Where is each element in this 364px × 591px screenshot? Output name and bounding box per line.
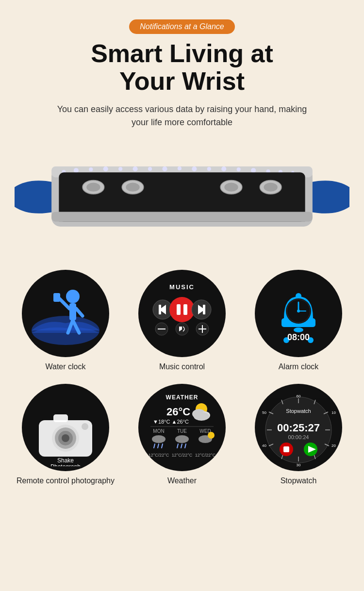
music-control-icon: MUSIC (143, 275, 221, 352)
svg-rect-43 (177, 304, 181, 315)
music-control-circle: MUSIC (138, 270, 226, 357)
music-control-label: Music control (159, 362, 205, 372)
notification-badge: Notifications at a Glance (129, 19, 234, 34)
main-title: Smart Living at Your Wrist (15, 40, 349, 95)
weather-circle: WEATHER 26°C ▼18°C ▲26°C MON TUE WED (138, 384, 226, 471)
svg-point-80 (194, 412, 209, 421)
stopwatch-label: Stopwatch (281, 476, 317, 486)
svg-text:08:00: 08:00 (287, 332, 310, 342)
svg-text:40: 40 (262, 443, 266, 448)
svg-line-92 (181, 444, 182, 448)
svg-text:20: 20 (331, 443, 336, 448)
svg-point-10 (178, 166, 182, 170)
feature-music-control: MUSIC (131, 270, 233, 372)
watch-illustration (15, 144, 349, 250)
svg-point-15 (251, 168, 256, 173)
weather-label: Weather (167, 476, 197, 486)
svg-rect-44 (183, 304, 187, 315)
water-clock-label: Water clock (46, 362, 86, 372)
svg-point-6 (118, 167, 122, 171)
stopwatch-icon: 60 10 20 30 40 50 Stopwatch 00:25:27 00:… (260, 389, 337, 466)
svg-text:12°C/22°C: 12°C/22°C (149, 453, 169, 458)
svg-point-3 (74, 168, 79, 173)
svg-text:WEATHER: WEATHER (166, 394, 199, 401)
svg-text:Shake: Shake (57, 457, 74, 464)
alarm-clock-icon: 08:00 (260, 275, 337, 352)
header-section: Notifications at a Glance Smart Living a… (15, 19, 349, 129)
svg-text:12°C/22°C: 12°C/22°C (195, 453, 216, 458)
feature-alarm-clock: 08:00 Alarm clock (248, 270, 349, 372)
svg-point-22 (86, 183, 100, 192)
svg-text:Stopwatch: Stopwatch (286, 408, 311, 414)
svg-text:50: 50 (262, 410, 266, 415)
svg-point-4 (89, 167, 93, 171)
svg-point-24 (126, 183, 139, 192)
feature-water-clock: Water clock (15, 270, 116, 372)
svg-line-89 (162, 444, 163, 448)
feature-stopwatch: 60 10 20 30 40 50 Stopwatch 00:25:27 00:… (248, 384, 349, 486)
subtitle: You can easily access various data by ra… (51, 103, 313, 129)
shake-photo-icon: Shake Photograph (27, 389, 104, 466)
svg-line-35 (76, 309, 83, 316)
svg-line-88 (158, 444, 159, 448)
svg-point-9 (162, 166, 167, 171)
svg-point-70 (62, 434, 69, 442)
svg-point-14 (237, 167, 241, 171)
svg-text:00:00:24: 00:00:24 (288, 434, 309, 440)
svg-point-90 (175, 435, 189, 443)
svg-point-56 (294, 328, 303, 332)
weather-icon: WEATHER 26°C ▼18°C ▲26°C MON TUE WED (143, 389, 221, 466)
svg-point-31 (66, 290, 80, 303)
svg-text:00:25:27: 00:25:27 (277, 422, 320, 434)
svg-point-57 (296, 293, 301, 299)
shake-photo-label: Remote control photography (17, 476, 115, 486)
svg-rect-71 (53, 414, 68, 422)
svg-rect-47 (203, 305, 205, 314)
svg-text:Photograph: Photograph (50, 463, 81, 466)
svg-point-42 (169, 297, 195, 322)
svg-line-91 (177, 444, 178, 448)
svg-text:TUE: TUE (177, 428, 187, 434)
water-clock-circle (22, 270, 109, 357)
svg-point-12 (207, 167, 211, 171)
watch-section (15, 144, 349, 250)
svg-point-13 (221, 166, 226, 171)
alarm-clock-circle: 08:00 (255, 270, 342, 357)
svg-text:12°C/22°C: 12°C/22°C (172, 453, 193, 458)
svg-line-87 (154, 444, 155, 448)
stopwatch-circle: 60 10 20 30 40 50 Stopwatch 00:25:27 00:… (255, 384, 342, 471)
feature-shake-photo: Shake Photograph Remote control photogra… (15, 384, 116, 486)
svg-point-11 (192, 166, 197, 171)
svg-point-72 (82, 423, 88, 430)
svg-point-26 (224, 183, 238, 192)
page-wrapper: Notifications at a Glance Smart Living a… (0, 0, 364, 506)
svg-rect-20 (51, 212, 313, 222)
svg-text:60: 60 (297, 394, 301, 398)
svg-rect-34 (53, 293, 60, 302)
svg-text:MUSIC: MUSIC (169, 283, 195, 291)
svg-text:10: 10 (331, 410, 336, 415)
svg-point-95 (208, 432, 215, 439)
svg-text:▼18°C ▲26°C: ▼18°C ▲26°C (153, 419, 189, 425)
svg-text:MON: MON (153, 428, 164, 434)
svg-point-64 (297, 310, 300, 312)
svg-line-93 (185, 444, 186, 448)
svg-point-7 (133, 166, 138, 171)
svg-text:26°C: 26°C (166, 406, 190, 418)
svg-point-8 (148, 167, 152, 171)
alarm-clock-label: Alarm clock (279, 362, 319, 372)
features-grid: Water clock MUSIC (15, 270, 349, 486)
svg-point-5 (103, 166, 108, 171)
svg-point-86 (152, 435, 165, 443)
feature-weather: WEATHER 26°C ▼18°C ▲26°C MON TUE WED (131, 384, 233, 486)
shake-photo-circle: Shake Photograph (22, 384, 109, 471)
svg-point-28 (264, 183, 277, 192)
svg-rect-122 (283, 446, 289, 452)
svg-text:30: 30 (297, 463, 301, 466)
svg-rect-41 (159, 305, 161, 314)
svg-rect-32 (69, 303, 76, 320)
water-clock-icon (27, 275, 104, 352)
